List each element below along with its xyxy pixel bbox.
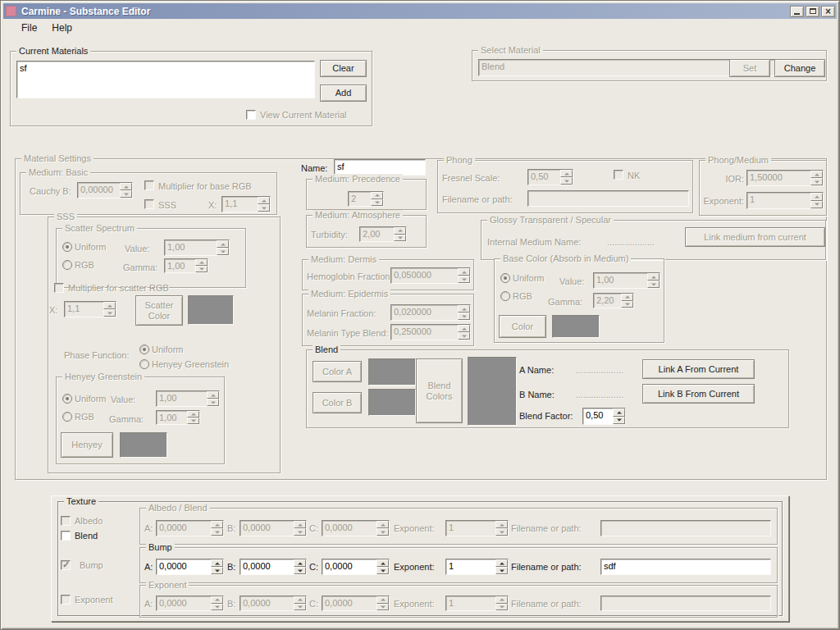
spin-up-arrow[interactable] xyxy=(495,596,508,604)
spin-up-arrow[interactable] xyxy=(207,391,219,399)
albedo-b-spinner[interactable]: 0,0000 xyxy=(240,520,307,536)
blend-factor-spinner[interactable]: 0,50 xyxy=(582,408,626,425)
melanin-fraction-spinner[interactable]: 0,020000 xyxy=(390,304,471,321)
spin-up-arrow[interactable] xyxy=(294,596,306,604)
spin-down-arrow[interactable] xyxy=(810,178,823,185)
spin-up-arrow[interactable] xyxy=(187,411,199,418)
spin-up-arrow[interactable] xyxy=(294,521,306,528)
spin-down-arrow[interactable] xyxy=(560,177,573,185)
clear-button[interactable]: Clear xyxy=(320,60,367,77)
scatter-color-button[interactable]: Scatter Color xyxy=(135,295,183,326)
sss-checkbox[interactable] xyxy=(144,199,154,209)
bump-b-spinner[interactable]: 0,0000 xyxy=(240,559,307,575)
henyey-value-spinner[interactable]: 1,00 xyxy=(156,390,220,407)
spin-up-arrow[interactable] xyxy=(120,183,132,190)
set-button[interactable]: Set xyxy=(729,59,770,77)
spin-up-arrow[interactable] xyxy=(647,273,660,281)
spin-up-arrow[interactable] xyxy=(560,170,573,177)
spin-down-arrow[interactable] xyxy=(294,567,306,574)
albedo-a-spinner[interactable]: 0,0000 xyxy=(156,520,224,536)
spin-down-arrow[interactable] xyxy=(613,417,625,425)
spin-down-arrow[interactable] xyxy=(211,567,223,574)
bump-filename-input[interactable]: sdf xyxy=(600,559,771,575)
spin-up-arrow[interactable] xyxy=(495,521,508,528)
exponent-checkbox[interactable] xyxy=(61,595,71,605)
spin-down-arrow[interactable] xyxy=(495,567,508,574)
spin-down-arrow[interactable] xyxy=(195,266,208,272)
scatter-uniform-radio[interactable] xyxy=(62,242,72,252)
view-current-material-checkbox[interactable] xyxy=(246,110,256,120)
base-color-rgb-radio[interactable] xyxy=(500,291,510,301)
spin-up-arrow[interactable] xyxy=(495,559,508,567)
exponent-b-spinner[interactable]: 0,0000 xyxy=(240,596,307,611)
spin-down-arrow[interactable] xyxy=(120,190,132,198)
albedo-checkbox[interactable] xyxy=(61,516,71,526)
spin-down-arrow[interactable] xyxy=(187,418,199,424)
link-medium-from-current-button[interactable]: Link medium from current xyxy=(685,227,825,247)
spin-down-arrow[interactable] xyxy=(207,399,219,406)
materials-listbox[interactable]: sf xyxy=(16,61,315,98)
spin-down-arrow[interactable] xyxy=(810,201,823,209)
spin-up-arrow[interactable] xyxy=(810,171,823,178)
spin-up-arrow[interactable] xyxy=(294,559,306,567)
change-button[interactable]: Change xyxy=(774,59,825,77)
menu-item-file[interactable]: File xyxy=(14,20,44,37)
precedence-spinner[interactable]: 2 xyxy=(348,191,384,207)
multiplier-scatter-rgb-checkbox[interactable] xyxy=(54,283,64,293)
henyey-rgb-radio[interactable] xyxy=(62,412,72,422)
menu-item-help[interactable]: Help xyxy=(44,20,80,37)
bump-exponent-spinner[interactable]: 1 xyxy=(445,559,509,575)
spin-up-arrow[interactable] xyxy=(458,325,470,332)
scatter-rgb-radio[interactable] xyxy=(62,260,72,270)
spin-up-arrow[interactable] xyxy=(458,268,470,276)
albedo-exponent-spinner[interactable]: 1 xyxy=(445,520,509,536)
henyey-button[interactable]: Henyey xyxy=(61,432,113,458)
scatter-x-spinner[interactable]: 1,1 xyxy=(64,301,116,317)
scatter-gamma-spinner[interactable]: 1,00 xyxy=(164,258,208,273)
spin-up-arrow[interactable] xyxy=(211,596,223,604)
x-multiplier-spinner[interactable]: 1,1 xyxy=(221,196,271,212)
close-button[interactable]: × xyxy=(821,6,835,17)
nk-checkbox[interactable] xyxy=(614,170,623,180)
spin-down-arrow[interactable] xyxy=(458,332,470,340)
bump-checkbox[interactable] xyxy=(61,560,71,570)
spin-down-arrow[interactable] xyxy=(458,276,470,283)
spin-down-arrow[interactable] xyxy=(258,204,270,212)
spin-down-arrow[interactable] xyxy=(217,248,229,255)
color-b-button[interactable]: Color B xyxy=(313,392,362,413)
turbidity-spinner[interactable]: 2,00 xyxy=(359,226,407,242)
color-a-button[interactable]: Color A xyxy=(313,361,362,382)
base-color-button[interactable]: Color xyxy=(499,315,546,338)
spin-up-arrow[interactable] xyxy=(377,521,389,528)
multiplier-base-rgb-checkbox[interactable] xyxy=(144,180,154,190)
spin-down-arrow[interactable] xyxy=(495,528,508,536)
spin-up-arrow[interactable] xyxy=(103,302,116,309)
spin-up-arrow[interactable] xyxy=(211,559,223,567)
albedo-c-spinner[interactable]: 0,0000 xyxy=(322,520,390,536)
material-list-item[interactable]: sf xyxy=(20,63,27,73)
cauchy-b-spinner[interactable]: 0,00000 xyxy=(77,182,133,199)
spin-down-arrow[interactable] xyxy=(211,604,223,611)
spin-down-arrow[interactable] xyxy=(294,528,306,536)
phase-henyey-radio[interactable] xyxy=(139,359,149,369)
spin-up-arrow[interactable] xyxy=(621,294,633,301)
spin-down-arrow[interactable] xyxy=(371,199,383,207)
scatter-value-spinner[interactable]: 1,00 xyxy=(164,240,230,256)
fresnel-scale-spinner[interactable]: 0,50 xyxy=(527,169,573,185)
spin-down-arrow[interactable] xyxy=(211,528,223,536)
add-button[interactable]: Add xyxy=(320,84,367,102)
exponent-a-spinner[interactable]: 0,0000 xyxy=(156,596,224,611)
spin-up-arrow[interactable] xyxy=(458,305,470,313)
spin-up-arrow[interactable] xyxy=(195,259,208,266)
albedo-filename-input[interactable] xyxy=(600,520,771,536)
spin-up-arrow[interactable] xyxy=(377,559,389,567)
spin-up-arrow[interactable] xyxy=(217,240,229,248)
spin-down-arrow[interactable] xyxy=(294,604,306,611)
spin-down-arrow[interactable] xyxy=(377,528,389,536)
blend-colors-button[interactable]: Blend Colors xyxy=(416,358,463,423)
phase-uniform-radio[interactable] xyxy=(139,345,149,354)
exponent-c-spinner[interactable]: 0,0000 xyxy=(322,596,390,611)
link-a-from-current-button[interactable]: Link A From Current xyxy=(642,359,755,379)
exponent-filename-input[interactable] xyxy=(600,596,771,611)
blend-checkbox[interactable] xyxy=(61,531,71,541)
